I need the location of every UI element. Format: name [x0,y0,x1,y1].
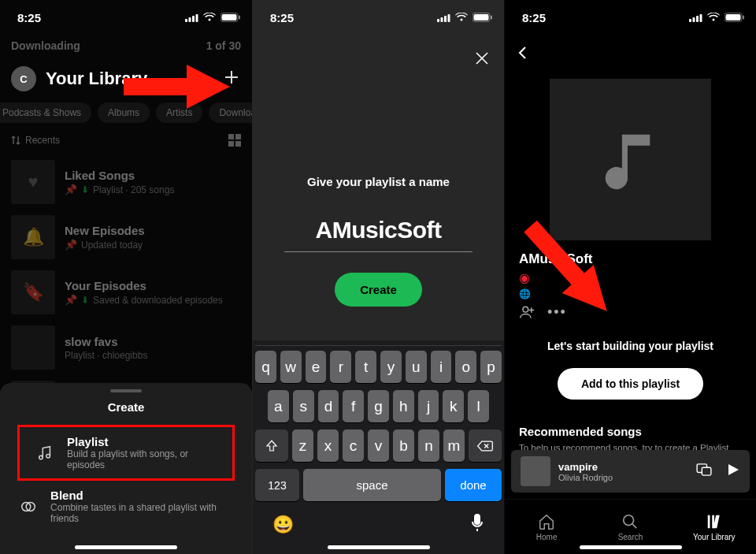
key-c[interactable]: c [343,429,364,462]
key-v[interactable]: v [368,429,389,462]
now-playing-title: vampire [558,461,688,473]
keyboard[interactable]: qwertyuiop asdfghjkl zxcvbnm 123 space d… [253,340,504,554]
key-r[interactable]: r [330,351,351,383]
sheet-handle[interactable] [110,389,142,392]
space-key[interactable]: space [303,469,441,501]
pin-icon: 📌 [65,239,77,251]
item-title: Liked Songs [65,169,174,182]
grid-view-icon[interactable] [228,134,241,147]
item-subtitle: 📌⬇Playlist · 205 songs [65,184,174,195]
key-m[interactable]: m [443,429,465,462]
item-subtitle: 📌⬇Saved & downloaded episodes [65,294,223,306]
key-e[interactable]: e [306,351,327,383]
panel-playlist-page: 8:25 AMusicSoft ◉ 🌐 ••• Let's start buil… [504,0,756,554]
item-title: New Episodes [65,224,145,237]
key-f[interactable]: f [343,390,364,422]
key-z[interactable]: z [292,429,313,462]
create-button[interactable]: Create [335,273,422,307]
key-k[interactable]: k [443,390,464,422]
sheet-item-blend[interactable]: Blend Combine tastes in a shared playlis… [0,481,252,532]
svg-rect-32 [474,514,480,525]
item-subtitle: 📌Updated today [65,239,145,251]
svg-rect-21 [437,19,439,22]
svg-rect-11 [124,78,191,95]
library-item[interactable]: 🔖Your Episodes📌⬇Saved & downloaded episo… [0,265,252,320]
key-i[interactable]: i [431,351,452,383]
shift-key[interactable] [255,429,288,462]
download-count: 1 of 30 [206,39,241,52]
svg-rect-15 [228,141,234,147]
key-w[interactable]: w [280,351,302,383]
close-icon[interactable] [471,47,493,73]
sheet-item-playlist[interactable]: Playlist Build a playlist with songs, or… [17,425,235,481]
key-o[interactable]: o [455,351,476,383]
tab-label: Your Library [693,533,736,541]
key-s[interactable]: s [293,390,314,422]
emoji-icon[interactable]: 😀 [272,515,294,535]
item-title: slow favs [65,335,147,348]
key-u[interactable]: u [406,351,427,383]
playlist-name-input[interactable]: AMusicSoft [284,212,472,252]
svg-marker-12 [187,65,230,109]
key-h[interactable]: h [393,390,414,422]
library-item[interactable]: ♥Liked Songs📌⬇Playlist · 205 songs [0,154,252,210]
svg-rect-36 [700,14,702,22]
downloaded-icon: ⬇ [81,295,89,306]
avatar[interactable]: C [11,66,36,91]
svg-rect-16 [235,141,241,147]
chip-podcasts[interactable]: Podcasts & Shows [0,102,91,123]
key-t[interactable]: t [355,351,376,383]
sheet-item-sub: Build a playlist with songs, or episodes [67,448,218,470]
back-icon[interactable] [516,46,530,63]
numeric-key[interactable]: 123 [255,469,299,501]
status-time: 8:25 [270,11,294,24]
library-item[interactable]: slow favsPlaylist · chloegibbs [0,320,252,375]
backspace-key[interactable] [469,429,502,462]
item-thumb [11,325,55,370]
key-l[interactable]: l [468,390,489,422]
svg-rect-27 [491,16,492,20]
cast-icon[interactable] [696,463,712,480]
key-n[interactable]: n [418,429,439,462]
tab-label: Search [618,533,643,541]
panel-name-playlist: 8:25 Give your playlist a name AMusicSof… [252,0,504,554]
recommended-title: Recommended songs [505,400,756,441]
sort-button[interactable]: Recents [11,135,60,146]
item-title: Your Episodes [65,279,223,292]
svg-rect-6 [239,16,240,20]
key-j[interactable]: j [418,390,439,422]
key-g[interactable]: g [368,390,389,422]
home-indicator [580,545,682,549]
library-item[interactable]: 🔔New Episodes📌Updated today [0,210,252,265]
battery-icon [472,13,493,22]
play-icon[interactable] [726,463,740,481]
tab-home[interactable]: Home [505,500,588,554]
key-a[interactable]: a [268,390,289,422]
status-icons [185,13,241,22]
mic-icon[interactable] [470,513,484,537]
status-icons [437,13,493,22]
key-d[interactable]: d [318,390,339,422]
tab-library[interactable]: Your Library [673,500,756,554]
svg-rect-23 [444,16,447,22]
download-status: Downloading 1 of 30 [0,35,252,61]
svg-point-17 [39,455,43,459]
key-p[interactable]: p [480,351,502,383]
add-to-playlist-button[interactable]: Add to this playlist [558,368,703,400]
wifi-icon [203,13,216,22]
home-indicator [328,545,430,549]
now-playing-bar[interactable]: vampire Olivia Rodrigo [511,450,750,493]
sheet-item-sub: Combine tastes in a shared playlist with… [50,502,235,524]
svg-rect-0 [185,19,187,22]
key-q[interactable]: q [255,351,276,383]
create-sheet: Create Playlist Build a playlist with so… [0,383,252,554]
key-x[interactable]: x [317,429,339,462]
status-icons [689,13,745,22]
pin-icon: 📌 [65,294,77,306]
now-playing-art [521,456,550,486]
key-b[interactable]: b [393,429,414,462]
key-y[interactable]: y [380,351,402,383]
svg-rect-3 [196,14,198,22]
done-key[interactable]: done [445,469,502,501]
sheet-title: Create [0,400,252,425]
